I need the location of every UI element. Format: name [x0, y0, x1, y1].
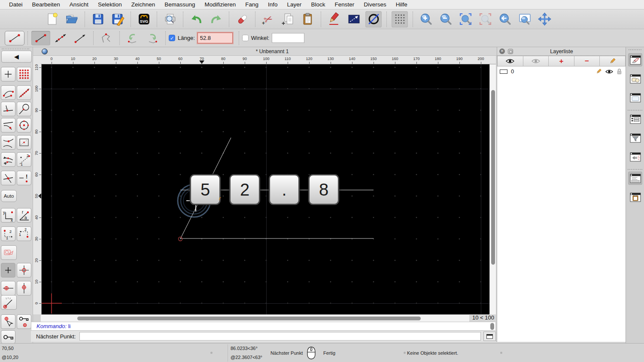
close-icon[interactable]: ✕ [499, 48, 505, 54]
undo-button[interactable] [188, 11, 204, 27]
snap-free-button[interactable] [1, 67, 15, 81]
length-input[interactable] [197, 33, 233, 43]
restrict-orthogonal-button[interactable] [17, 263, 31, 278]
snap-auto-intersection-button[interactable] [1, 152, 15, 167]
clipboard-panel-toggle[interactable] [628, 190, 642, 204]
restrict-reference-button[interactable] [1, 245, 17, 260]
layer-list-item[interactable]: 0 [497, 66, 626, 76]
snap-reference-button[interactable] [17, 135, 31, 150]
infinite-line-button[interactable] [51, 31, 70, 45]
snap-perpendicular-button[interactable] [1, 102, 15, 116]
previous-view-button[interactable] [497, 11, 513, 27]
polyline-button[interactable] [97, 31, 116, 45]
library-browser-panel-toggle[interactable] [628, 91, 642, 104]
menu-item-hilfe[interactable]: Hilfe [391, 1, 412, 8]
drawing-canvas[interactable]: 5 2 . 8 r [42, 64, 489, 314]
property-editor-panel-toggle[interactable] [628, 112, 642, 126]
menu-item-zeichnen[interactable]: Zeichnen [127, 1, 160, 8]
remove-layer-button[interactable]: − [574, 56, 600, 66]
draft-mode-button[interactable] [365, 11, 382, 27]
open-file-button[interactable] [64, 11, 80, 27]
canvas-horizontal-scrollbar[interactable] [41, 314, 469, 322]
snap-grid-button[interactable] [17, 67, 31, 81]
save-as-button[interactable] [109, 11, 126, 27]
menu-item-info[interactable]: Info [263, 1, 283, 8]
set-relative-zero-button[interactable] [1, 314, 15, 329]
lock-relative-zero-button[interactable] [17, 314, 31, 329]
length-checkbox[interactable]: ✓ [169, 35, 175, 41]
menu-item-modifizieren[interactable]: Modifizieren [200, 1, 241, 8]
command-input[interactable] [79, 332, 481, 341]
command-line-panel-toggle[interactable] [628, 172, 642, 185]
save-button[interactable] [90, 11, 106, 27]
restrict-vertical-button[interactable] [17, 281, 31, 296]
menu-item-ansicht[interactable]: Ansicht [65, 1, 93, 8]
relative-coordinate-button[interactable]: 12 [1, 226, 15, 241]
layer-list-panel-toggle[interactable] [628, 53, 642, 66]
command-history[interactable]: Kommando: li [31, 322, 496, 331]
command-line-toggle-button[interactable] [483, 332, 496, 341]
snap-center-button[interactable] [17, 118, 31, 133]
lock-zero-button[interactable] [1, 330, 15, 344]
snap-point-on-curve-button[interactable] [1, 135, 15, 150]
eraser-button[interactable] [234, 11, 250, 27]
block-list-panel-toggle[interactable] [628, 72, 642, 85]
menu-item-fenster[interactable]: Fenster [330, 1, 359, 8]
line-two-points-button[interactable] [31, 31, 50, 45]
redo-segment-button[interactable] [143, 31, 162, 45]
snap-on-entity-button[interactable] [17, 85, 31, 100]
show-all-layers-button[interactable] [497, 56, 523, 66]
document-tab-title[interactable]: * Unbenannt 1 [48, 48, 497, 54]
undo-segment-button[interactable] [123, 31, 142, 45]
zoom-out-button[interactable] [437, 11, 454, 27]
show-grid-button[interactable] [392, 11, 408, 27]
menu-item-bearbeiten[interactable]: Bearbeiten [27, 1, 65, 8]
layer-lock-icon[interactable] [617, 68, 622, 75]
hide-all-layers-button[interactable] [523, 56, 549, 66]
restrict-horizontal-button[interactable] [1, 281, 15, 296]
back-button[interactable]: ◀ [1, 51, 32, 63]
redo-button[interactable] [208, 11, 224, 27]
snap-endpoints-button[interactable] [1, 85, 15, 100]
selection-filter-panel-toggle[interactable] [628, 131, 642, 145]
zoom-auto-button[interactable] [457, 11, 474, 27]
zoom-window-button[interactable] [516, 11, 533, 27]
angle-input[interactable] [272, 33, 304, 43]
menu-item-datei[interactable]: Datei [4, 1, 27, 8]
coordinate-cartesian-button[interactable]: yx [1, 208, 15, 223]
snap-tangent-button[interactable] [17, 102, 31, 116]
print-preview-button[interactable] [162, 11, 178, 27]
coordinate-polar-button[interactable]: ra [17, 208, 31, 223]
copy-button[interactable] [280, 11, 296, 27]
scrollbar-thumb[interactable] [491, 90, 495, 265]
command-history-scrollbar[interactable] [490, 323, 494, 330]
snap-intersection-manual-button[interactable]: ! [17, 171, 31, 185]
new-file-button[interactable] [44, 11, 60, 27]
ray-button[interactable] [71, 31, 90, 45]
cut-button[interactable]: ✂+ [260, 11, 276, 27]
menu-item-block[interactable]: Block [306, 1, 330, 8]
restrict-angle-button[interactable] [1, 295, 17, 310]
undock-icon[interactable] [508, 49, 513, 54]
snap-distance-button[interactable]: 12 [17, 152, 31, 167]
restrict-nothing-button[interactable] [1, 263, 15, 278]
snap-auto-button[interactable]: Auto [1, 190, 17, 202]
pan-button[interactable] [536, 11, 553, 27]
menu-item-selektion[interactable]: Selektion [93, 1, 127, 8]
absolute-coordinate-button[interactable]: 12 [17, 226, 31, 241]
snap-intersection-button[interactable] [1, 171, 15, 185]
edit-layer-button[interactable] [600, 56, 626, 66]
palette-drag-handle[interactable] [2, 48, 29, 49]
canvas-vertical-scrollbar[interactable] [489, 64, 496, 314]
layer-visibility-icon[interactable] [605, 69, 613, 74]
scrollbar-thumb[interactable] [77, 317, 421, 320]
zoom-in-button[interactable] [418, 11, 434, 27]
layer-edit-icon[interactable] [595, 68, 602, 75]
selection-mode-button[interactable] [346, 11, 362, 27]
draw-pencil-button[interactable] [326, 11, 342, 27]
menu-item-diverses[interactable]: Diverses [359, 1, 391, 8]
notification-panel-toggle[interactable] [628, 150, 642, 163]
angle-checkbox[interactable] [242, 35, 249, 41]
add-layer-button[interactable]: + [549, 56, 574, 66]
paste-button[interactable] [300, 11, 316, 27]
